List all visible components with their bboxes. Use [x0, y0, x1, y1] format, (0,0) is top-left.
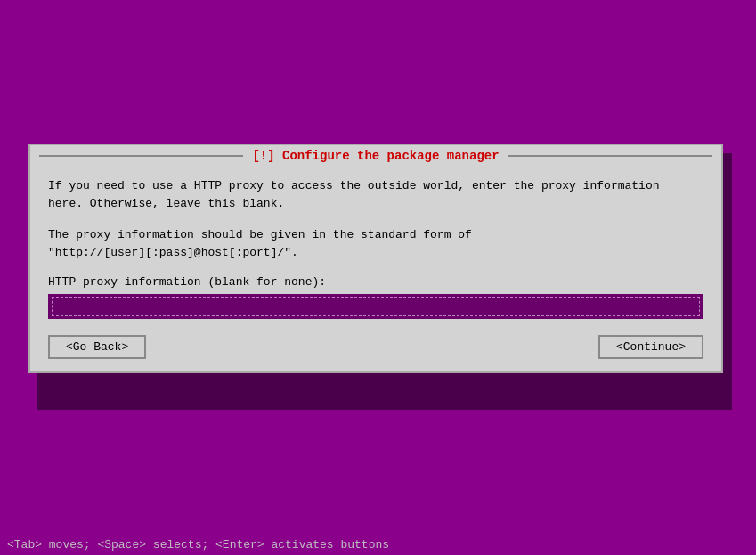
go-back-button[interactable]: <Go Back>	[48, 335, 146, 359]
dialog-buttons: <Go Back> <Continue>	[30, 331, 721, 371]
dialog-content: If you need to use a HTTP proxy to acces…	[30, 167, 721, 319]
proxy-label: HTTP proxy information (blank for none):	[48, 275, 703, 289]
dialog-title: [!] Configure the package manager	[243, 145, 508, 167]
body-text-1: If you need to use a HTTP proxy to acces…	[48, 177, 703, 212]
title-line-right	[508, 155, 712, 157]
body-text-2: The proxy information should be given in…	[48, 226, 703, 261]
status-bar: <Tab> moves; <Space> selects; <Enter> ac…	[0, 535, 756, 555]
proxy-input-wrapper	[48, 294, 703, 319]
dialog: [!] Configure the package manager If you…	[28, 144, 723, 373]
title-line-left	[39, 155, 243, 157]
status-text: <Tab> moves; <Space> selects; <Enter> ac…	[7, 538, 389, 551]
dialog-title-bar: [!] Configure the package manager	[30, 145, 721, 167]
continue-button[interactable]: <Continue>	[598, 335, 703, 359]
proxy-input[interactable]	[52, 297, 700, 316]
